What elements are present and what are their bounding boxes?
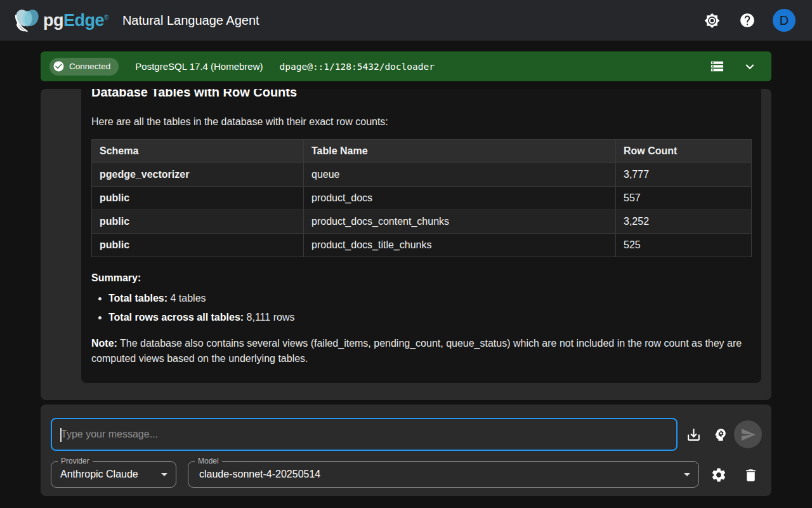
list-item: Total tables: 4 tables bbox=[108, 293, 751, 304]
export-chat-button[interactable] bbox=[683, 424, 704, 445]
table-header-row: Schema Table Name Row Count bbox=[92, 140, 752, 163]
col-header-schema: Schema bbox=[92, 140, 304, 163]
col-header-table-name: Table Name bbox=[304, 140, 616, 163]
connection-string: dpage@::1/128:5432/docloader bbox=[280, 62, 435, 72]
clear-chat-button[interactable] bbox=[740, 464, 761, 486]
app-header: pgEdge® Natural Language Agent D bbox=[0, 0, 812, 41]
table-row: pgedge_vectorizer queue 3,777 bbox=[92, 163, 752, 187]
page-title: Natural Language Agent bbox=[122, 13, 259, 28]
cell-schema: pgedge_vectorizer bbox=[92, 163, 304, 187]
help-button[interactable] bbox=[737, 10, 757, 30]
message-heading: Database Tables with Row Counts bbox=[91, 89, 751, 100]
send-button[interactable] bbox=[734, 420, 762, 448]
cell-table-name: product_docs_title_chunks bbox=[304, 234, 616, 257]
composer-panel: Provider Anthropic Claude Model claude-s… bbox=[41, 404, 771, 496]
col-header-row-count: Row Count bbox=[616, 140, 752, 163]
provider-select[interactable]: Provider Anthropic Claude bbox=[51, 461, 176, 488]
cell-schema: public bbox=[92, 187, 304, 210]
message-note: Note: The database also contains several… bbox=[91, 336, 751, 366]
chevron-down-icon bbox=[161, 473, 167, 476]
pgedge-heart-icon bbox=[13, 8, 42, 33]
cell-schema: public bbox=[92, 210, 304, 234]
summary-heading: Summary: bbox=[91, 272, 751, 284]
trash-icon bbox=[743, 467, 759, 483]
chevron-down-icon bbox=[742, 58, 758, 75]
connection-status-label: Connected bbox=[69, 62, 110, 71]
message-intro: Here are all the tables in the database … bbox=[91, 116, 751, 128]
send-icon bbox=[740, 427, 756, 443]
text-caret bbox=[60, 428, 62, 442]
collapse-connection-button[interactable] bbox=[740, 57, 760, 77]
theme-toggle-button[interactable] bbox=[702, 10, 722, 30]
reasoning-button[interactable] bbox=[709, 424, 731, 445]
psychology-icon bbox=[712, 427, 728, 443]
chevron-down-icon bbox=[684, 473, 690, 476]
cell-row-count: 557 bbox=[616, 187, 752, 210]
pgedge-logo: pgEdge® bbox=[13, 8, 108, 33]
model-value: claude-sonnet-4-20250514 bbox=[199, 462, 320, 487]
help-icon bbox=[739, 12, 756, 29]
cell-table-name: product_docs_content_chunks bbox=[304, 210, 616, 234]
server-version-label: PostgreSQL 17.4 (Homebrew) bbox=[135, 61, 263, 72]
cell-schema: public bbox=[92, 234, 304, 257]
row-counts-table: Schema Table Name Row Count pgedge_vecto… bbox=[91, 139, 752, 257]
connection-bar: Connected PostgreSQL 17.4 (Homebrew) dpa… bbox=[41, 51, 771, 81]
brand-name: pgEdge® bbox=[43, 11, 108, 30]
user-avatar[interactable]: D bbox=[773, 9, 796, 32]
table-row: public product_docs 557 bbox=[92, 187, 752, 210]
brightness-icon bbox=[704, 13, 720, 29]
message-input-wrap bbox=[51, 418, 678, 451]
assistant-message: Database Tables with Row Counts Here are… bbox=[81, 89, 761, 383]
gear-icon bbox=[710, 467, 727, 483]
summary-list: Total tables: 4 tables Total rows across… bbox=[91, 293, 751, 323]
cell-table-name: queue bbox=[304, 163, 616, 187]
list-item: Total rows across all tables: 8,111 rows bbox=[108, 312, 751, 323]
connections-list-button[interactable] bbox=[707, 57, 727, 77]
download-icon bbox=[686, 427, 702, 443]
table-row: public product_docs_content_chunks 3,252 bbox=[92, 210, 752, 234]
settings-button[interactable] bbox=[708, 464, 730, 486]
provider-value: Anthropic Claude bbox=[60, 462, 138, 487]
cell-row-count: 3,252 bbox=[616, 210, 752, 234]
connection-status-badge: Connected bbox=[49, 58, 119, 76]
cell-table-name: product_docs bbox=[304, 187, 616, 210]
check-circle-icon bbox=[53, 60, 65, 72]
cell-row-count: 525 bbox=[616, 234, 752, 257]
message-input[interactable] bbox=[52, 419, 676, 450]
chat-scroll-area[interactable]: Database Tables with Row Counts Here are… bbox=[41, 89, 771, 400]
table-row: public product_docs_title_chunks 525 bbox=[92, 234, 752, 257]
model-select[interactable]: Model claude-sonnet-4-20250514 bbox=[188, 461, 699, 488]
storage-icon bbox=[710, 59, 724, 74]
cell-row-count: 3,777 bbox=[616, 163, 752, 187]
